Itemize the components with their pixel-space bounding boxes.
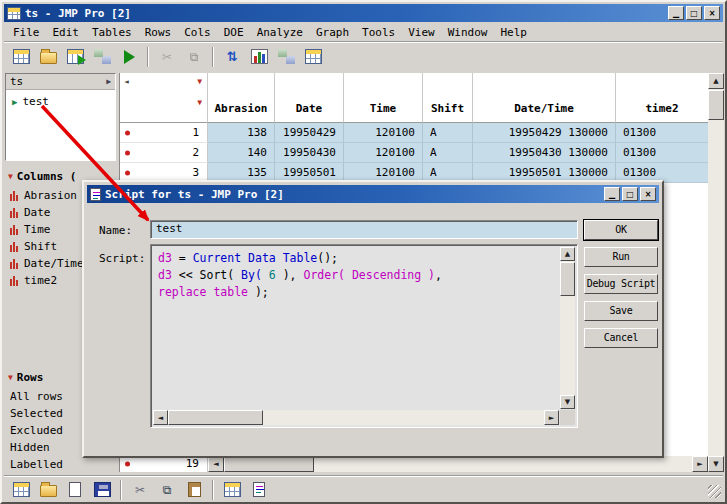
debug-script-button[interactable]: Debug Script	[584, 274, 658, 294]
script-line: d3 = Current Data Table();	[158, 250, 554, 267]
script-window-button[interactable]	[247, 478, 271, 501]
new-journal-button[interactable]	[63, 478, 87, 501]
import-data-button[interactable]	[63, 45, 87, 68]
data-cell[interactable]: 01300	[616, 143, 708, 163]
scroll-left-button[interactable]: ◄	[153, 410, 168, 425]
title-bar[interactable]: ts - JMP Pro [2] ▁□×	[4, 4, 723, 22]
maximize-button[interactable]: □	[686, 6, 702, 20]
scroll-down-button[interactable]: ▼	[560, 395, 575, 409]
new-data-table-button[interactable]	[9, 45, 33, 68]
rows-item-label: Excluded	[10, 424, 63, 437]
data-cell[interactable]: 01300	[616, 123, 708, 143]
menu-help[interactable]: Help	[500, 26, 527, 39]
copy-button[interactable]: ⧉	[155, 478, 179, 501]
hscroll-thumb[interactable]	[224, 456, 314, 472]
data-cell[interactable]: 120100	[344, 143, 423, 163]
menu-tools[interactable]: Tools	[362, 26, 395, 39]
rows-panel-title: Rows	[17, 371, 44, 384]
toolbar-divider	[212, 480, 214, 500]
data-cell[interactable]: 140	[208, 143, 275, 163]
menu-window[interactable]: Window	[448, 26, 488, 39]
menu-analyze[interactable]: Analyze	[257, 26, 303, 39]
vscroll-thumb[interactable]	[560, 262, 575, 296]
cancel-button[interactable]: Cancel	[584, 328, 658, 348]
panel-disclosure-icon[interactable]: ▶	[106, 77, 111, 86]
hscroll-thumb[interactable]	[168, 410, 263, 425]
dialog-title-bar[interactable]: Script for ts - JMP Pro [2] ▁□×	[87, 185, 659, 203]
grid-body: 113819950429120100A19950429 130000013002…	[120, 123, 708, 183]
ok-button[interactable]: OK	[584, 220, 658, 240]
data-cell[interactable]: A	[423, 123, 473, 143]
scroll-right-button[interactable]: ►	[544, 410, 559, 425]
scroll-left-button[interactable]: ◄	[208, 456, 224, 472]
graph-builder-button[interactable]	[247, 45, 271, 68]
new-data-table-button[interactable]	[9, 478, 33, 501]
column-header-time2[interactable]: time2	[616, 73, 708, 123]
vscroll-thumb[interactable]	[708, 90, 724, 120]
resize-grip[interactable]	[708, 485, 721, 498]
menu-rows[interactable]: Rows	[145, 26, 172, 39]
scroll-up-button[interactable]: ▲	[708, 73, 724, 89]
script-name-input[interactable]: test	[150, 220, 578, 239]
disclosure-triangle-icon[interactable]: ▼	[8, 172, 13, 181]
scroll-right-button[interactable]: ►	[692, 456, 708, 472]
disclosure-triangle-icon[interactable]: ▼	[8, 373, 13, 382]
minimize-button[interactable]: ▁	[668, 6, 684, 20]
menu-doe[interactable]: DOE	[224, 26, 244, 39]
table-script-item[interactable]: ▶ test	[6, 90, 115, 108]
data-cell[interactable]: 138	[208, 123, 275, 143]
rows-item-label: Labelled	[10, 458, 63, 471]
data-cell[interactable]: 19950430	[275, 143, 344, 163]
sort-table-button[interactable]: ⇅	[220, 45, 244, 68]
menu-cols[interactable]: Cols	[184, 26, 211, 39]
paste-button[interactable]	[182, 478, 206, 501]
run-script-button[interactable]	[117, 45, 141, 68]
table-panel-header[interactable]: ts ▶	[6, 74, 115, 90]
row-number-cell[interactable]: 19	[120, 456, 208, 472]
scroll-left-icon[interactable]: ◄	[124, 77, 129, 86]
open-data-table-button[interactable]	[36, 45, 60, 68]
run-button[interactable]: Run	[584, 247, 658, 267]
scroll-up-button[interactable]: ▲	[560, 247, 575, 261]
columns-menu-icon[interactable]: ▼	[197, 77, 202, 86]
copy-button[interactable]: ⧉	[182, 45, 206, 68]
summary-button[interactable]	[90, 45, 114, 68]
menu-graph[interactable]: Graph	[316, 26, 349, 39]
script-vertical-scrollbar[interactable]: ▲ ▼	[560, 247, 575, 409]
data-cell[interactable]: 19950429 130000	[473, 123, 616, 143]
cut-button[interactable]: ✂	[155, 45, 179, 68]
column-header-date[interactable]: Date	[275, 73, 344, 123]
data-table-window-button[interactable]	[220, 478, 244, 501]
column-header-date-time[interactable]: Date/Time	[473, 73, 616, 123]
script-window-icon	[253, 482, 265, 497]
row-number-cell[interactable]: 1	[120, 123, 208, 143]
scroll-down-button[interactable]: ▼	[708, 456, 724, 472]
data-cell[interactable]: A	[423, 143, 473, 163]
close-button[interactable]: ×	[704, 6, 720, 20]
tabulate-button[interactable]	[301, 45, 325, 68]
script-editor[interactable]: d3 = Current Data Table();d3 << Sort( By…	[150, 244, 578, 428]
data-cell[interactable]: 120100	[344, 123, 423, 143]
column-header-shift[interactable]: Shift	[423, 73, 473, 123]
cut-button[interactable]: ✂	[128, 478, 152, 501]
rows-menu-icon[interactable]: ▼	[197, 98, 202, 107]
menu-edit[interactable]: Edit	[53, 26, 80, 39]
rows-item-labelled[interactable]: Labelled	[4, 456, 118, 473]
row-number-cell[interactable]: 2	[120, 143, 208, 163]
window-controls: ▁□×	[668, 6, 720, 20]
save-button[interactable]: Save	[584, 301, 658, 321]
summary-icon	[94, 49, 111, 64]
join-tables-button[interactable]	[274, 45, 298, 68]
vertical-scrollbar[interactable]: ▲ ▼	[708, 73, 724, 472]
data-cell[interactable]: 19950429	[275, 123, 344, 143]
data-cell[interactable]: 19950430 130000	[473, 143, 616, 163]
menu-tables[interactable]: Tables	[92, 26, 132, 39]
menu-view[interactable]: View	[408, 26, 435, 39]
open-file-button[interactable]	[36, 478, 60, 501]
save-button[interactable]	[90, 478, 114, 501]
horizontal-scrollbar[interactable]	[224, 456, 692, 472]
column-header-time[interactable]: Time	[344, 73, 423, 123]
script-horizontal-scrollbar[interactable]: ◄ ►	[153, 410, 559, 425]
menu-file[interactable]: File	[13, 26, 40, 39]
column-header-abrasion[interactable]: Abrasion	[208, 73, 275, 123]
